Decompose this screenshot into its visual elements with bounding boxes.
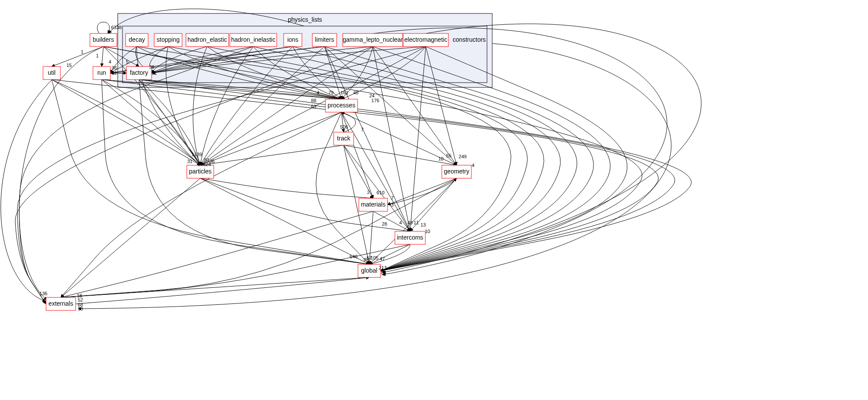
edge: [344, 145, 457, 165]
node-intercoms[interactable]: intercoms: [395, 231, 425, 244]
node-factory[interactable]: factory: [126, 67, 152, 80]
node-particles-label: particles: [189, 168, 212, 175]
node-track-label: track: [337, 135, 351, 142]
edge: [200, 178, 369, 264]
node-externals[interactable]: externals: [46, 297, 76, 310]
node-limiters[interactable]: limiters: [312, 33, 337, 47]
edge-weight-label: 28: [382, 221, 387, 227]
cluster-constructors-label: constructors: [453, 36, 486, 43]
node-materials[interactable]: materials: [359, 198, 388, 211]
edge-weight-label: 31: [187, 159, 192, 164]
node-decay[interactable]: decay: [126, 33, 148, 47]
edge-weight-label: 48: [353, 90, 358, 95]
node-gamma_lepto_nuclear[interactable]: gamma_lepto_nuclear: [343, 33, 403, 47]
node-stopping-label: stopping: [157, 36, 180, 43]
edge-weight-label: 3: [391, 202, 394, 207]
edge-weight-label: 15: [66, 63, 72, 68]
edge-weight-label: 249: [459, 154, 467, 159]
edge: [341, 112, 410, 231]
edge-weight-label: 4: [317, 90, 319, 95]
cluster-physics-lists-label: physics_lists: [288, 16, 322, 23]
edge-weight-label: 136: [40, 291, 47, 296]
edge-weight-label: 1: [96, 53, 99, 58]
edge-weight-label: 7: [361, 127, 364, 132]
node-electromagnetic[interactable]: electromagnetic: [403, 33, 448, 47]
node-builders[interactable]: builders: [90, 33, 117, 47]
node-hadron_inelastic-label: hadron_inelastic: [231, 36, 275, 43]
edge-weight-label: 79: [328, 90, 334, 95]
node-intercoms-label: intercoms: [397, 234, 424, 241]
edge-weight-label: 2: [367, 190, 370, 195]
edge-weight-label: 36: [112, 65, 117, 70]
edge-weight-label: 5: [126, 59, 129, 64]
edge-weight-label: 10: [425, 229, 430, 234]
edge-weight-label: 1: [81, 49, 83, 54]
node-geometry-label: geometry: [444, 168, 469, 175]
edge-weight-label: 10: [438, 156, 444, 161]
node-util[interactable]: util: [43, 67, 60, 80]
edge: [200, 112, 341, 165]
edge: [344, 145, 410, 231]
node-externals-label: externals: [49, 300, 73, 307]
edge-weight-label: 39: [149, 64, 154, 70]
edge-weight-label: 7: [391, 195, 394, 200]
node-materials-label: materials: [361, 201, 386, 208]
edge: [102, 47, 103, 67]
node-ions[interactable]: ions: [284, 33, 302, 47]
node-util-label: util: [48, 69, 56, 76]
edge-weight-label: 4: [399, 220, 402, 225]
edge-weight-label: 42: [112, 70, 117, 76]
node-gamma_lepto_nuclear-label: gamma_lepto_nuclear: [343, 36, 403, 43]
node-limiters-label: limiters: [315, 36, 334, 43]
node-run[interactable]: run: [93, 67, 110, 80]
node-processes-label: processes: [328, 102, 355, 109]
edge-weight-label: 18: [78, 306, 83, 311]
edge-left-loop: [1, 80, 52, 301]
edge-weight-label: 4: [109, 59, 111, 64]
node-factory-label: factory: [130, 69, 148, 76]
node-particles[interactable]: particles: [187, 165, 214, 178]
node-hadron_inelastic[interactable]: hadron_inelastic: [230, 33, 277, 47]
edge-left-loop: [19, 47, 103, 300]
edge: [61, 178, 200, 297]
edge-weight-label: 1139: [192, 152, 202, 157]
edge: [76, 277, 369, 304]
edge-weight-label: 63: [311, 104, 316, 109]
node-hadron_elastic[interactable]: hadron_elastic: [186, 33, 229, 47]
edge: [52, 80, 200, 165]
edge: [102, 80, 200, 165]
edge-weight-label: 646: [350, 254, 358, 259]
node-electromagnetic-label: electromagnetic: [404, 36, 447, 43]
edge-weight-label: 176: [371, 98, 379, 103]
edge-weight-label: 47: [380, 256, 385, 261]
edge-weight-label: 6338: [111, 25, 122, 30]
node-builders-label: builders: [93, 36, 114, 43]
node-global-label: global: [361, 267, 377, 274]
edge-weight-label: 4: [472, 163, 474, 168]
node-processes[interactable]: processes: [325, 99, 358, 112]
edge-weight-label: 88: [311, 98, 316, 103]
edge-weight-label: 506: [340, 124, 348, 130]
edge-weight-label: 105: [371, 255, 378, 260]
edge-self-builders: [97, 22, 109, 33]
node-geometry[interactable]: geometry: [442, 165, 471, 178]
edge-weight-label: 18624: [198, 162, 211, 167]
edge-weight-label: 49: [407, 220, 413, 225]
edge-weight-label: 610: [377, 190, 384, 195]
node-stopping[interactable]: stopping: [154, 33, 182, 47]
edge-weight-label: 13: [421, 222, 426, 227]
edge-weight-label: 161: [341, 90, 348, 95]
node-ions-label: ions: [287, 36, 298, 43]
node-run-label: run: [97, 69, 106, 76]
edge-weight-label: 11: [414, 220, 419, 225]
edge: [61, 211, 373, 297]
node-track[interactable]: track: [334, 132, 354, 145]
edge: [388, 178, 457, 205]
edge-weight-label: 55: [446, 153, 451, 158]
node-decay-label: decay: [129, 36, 145, 43]
edge-weight-label: 84: [381, 270, 386, 275]
edge-weight-label: 31: [152, 70, 157, 76]
node-global[interactable]: global: [358, 264, 381, 277]
node-hadron_elastic-label: hadron_elastic: [187, 36, 227, 43]
edge: [61, 277, 369, 297]
